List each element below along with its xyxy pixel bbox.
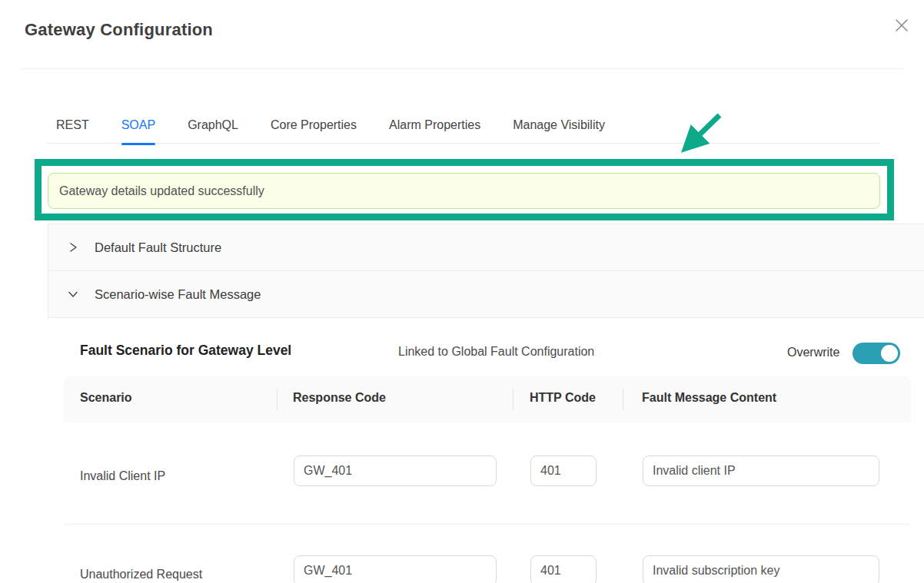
fault-message-input[interactable] — [643, 455, 879, 486]
fault-message-input[interactable] — [643, 555, 879, 583]
column-divider — [277, 389, 278, 410]
tab-soap[interactable]: SOAP — [121, 107, 155, 144]
column-header-response-code: Response Code — [293, 391, 386, 405]
scenario-label-unauthorized-request: Unauthorized Request — [80, 568, 202, 581]
tab-core-properties[interactable]: Core Properties — [271, 107, 357, 144]
column-divider — [623, 389, 623, 410]
http-code-input[interactable] — [530, 555, 597, 583]
response-code-input[interactable] — [294, 555, 497, 583]
toggle-knob — [881, 345, 898, 362]
http-code-input[interactable] — [530, 455, 597, 486]
fault-collapse: Default Fault Structure Scenario-wise Fa… — [48, 224, 924, 318]
accordion-default-fault-structure[interactable]: Default Fault Structure — [48, 224, 924, 270]
page-title: Gateway Configuration — [25, 20, 213, 40]
linked-global-fault-text: Linked to Global Fault Configuration — [398, 345, 594, 359]
chevron-right-icon — [67, 241, 79, 253]
tab-manage-visibility[interactable]: Manage Visibility — [513, 107, 605, 144]
header-divider — [22, 68, 902, 69]
column-header-http-code: HTTP Code — [530, 391, 596, 405]
accordion-label: Default Fault Structure — [95, 240, 221, 255]
chevron-down-icon — [67, 288, 79, 300]
tab-graphql[interactable]: GraphQL — [188, 107, 238, 144]
accordion-scenario-wise-fault-message[interactable]: Scenario-wise Fault Message — [48, 270, 924, 318]
tab-alarm-properties[interactable]: Alarm Properties — [389, 107, 480, 144]
tab-rest[interactable]: REST — [56, 107, 89, 144]
column-header-scenario: Scenario — [80, 391, 132, 405]
fault-scenario-section-title: Fault Scenario for Gateway Level — [80, 343, 291, 359]
gateway-configuration-dialog: Gateway Configuration REST SOAP GraphQL … — [0, 0, 924, 583]
overwrite-label: Overwrite — [787, 346, 839, 359]
accordion-label: Scenario-wise Fault Message — [95, 287, 261, 302]
table-row-divider — [64, 524, 911, 525]
column-header-fault-message-content: Fault Message Content — [642, 391, 776, 405]
fault-table-header: Scenario Response Code HTTP Code Fault M… — [64, 376, 911, 422]
tab-bar: REST SOAP GraphQL Core Properties Alarm … — [46, 107, 879, 144]
close-icon[interactable] — [890, 14, 913, 37]
column-divider — [513, 389, 514, 410]
response-code-input[interactable] — [294, 455, 497, 486]
success-alert-message: Gateway details updated successfully — [59, 184, 264, 198]
success-alert: Gateway details updated successfully — [48, 173, 880, 209]
scenario-label-invalid-client-ip: Invalid Client IP — [80, 469, 165, 483]
overwrite-toggle[interactable] — [853, 343, 900, 364]
